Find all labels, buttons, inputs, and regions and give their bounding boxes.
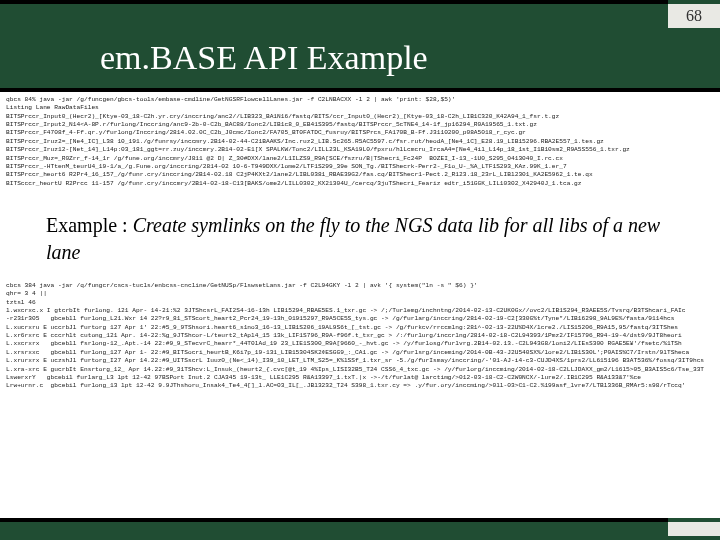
bottom-bar-accent bbox=[668, 518, 720, 536]
slide-title: em.BASE API Example bbox=[100, 39, 428, 77]
code-block-top: qbcs 84% java -jar /g/funcgen/gbcs-tools… bbox=[0, 92, 720, 194]
slide: 68 em.BASE API Example qbcs 84% java -ja… bbox=[0, 0, 720, 540]
caption-text: Create symlinks on the fly to the NGS da… bbox=[46, 214, 660, 263]
code-block-bottom: cbcs 384 java -jar /q/fungcr/cscs-tucls/… bbox=[0, 280, 720, 518]
caption-prefix: Example : bbox=[46, 214, 133, 236]
slide-number: 68 bbox=[668, 0, 720, 28]
title-band: em.BASE API Example bbox=[0, 28, 720, 92]
example-caption: Example : Create symlinks on the fly to … bbox=[0, 194, 720, 280]
top-bar: 68 bbox=[0, 0, 720, 28]
top-bar-accent bbox=[0, 0, 668, 28]
bottom-bar bbox=[0, 518, 720, 540]
